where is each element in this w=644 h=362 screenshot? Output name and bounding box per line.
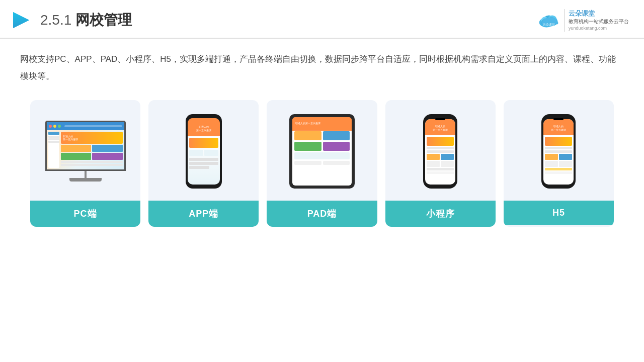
h5-card: 职通人的第一堂兴趣课 <box>504 100 614 227</box>
pad-card: 职通人的第一堂兴趣课 PAD端 <box>267 100 377 227</box>
h5-phone: 职通人的第一堂兴趣课 <box>541 114 576 189</box>
pc-label[interactable]: PC端 <box>30 201 140 227</box>
app-preview: 职通人的第一堂兴趣课 <box>148 100 259 201</box>
brand-url: yunduoketang.com <box>569 25 629 32</box>
app-label[interactable]: APP端 <box>148 201 259 227</box>
brand-logo: 云朵课堂 云朵课堂 教育机构一站式服务云平台 yunduoketang.com <box>537 9 629 32</box>
description-text: 网校支持PC、APP、PAD、小程序、H5，实现多端打通，产品各终端自由切换，数… <box>20 51 624 85</box>
pad-tablet: 职通人的第一堂兴趣课 <box>289 114 355 189</box>
brand-text: 云朵课堂 教育机构一站式服务云平台 yunduoketang.com <box>564 9 629 32</box>
pad-preview: 职通人的第一堂兴趣课 <box>267 100 377 201</box>
logo-arrow-icon <box>10 9 32 31</box>
header-left: 2.5.1 网校管理 <box>10 9 132 31</box>
app-phone: 职通人的第一堂兴趣课 <box>186 114 222 189</box>
h5-preview: 职通人的第一堂兴趣课 <box>504 100 614 201</box>
monitor-screen: 职通人的第一堂兴趣课 <box>45 121 126 171</box>
cloud-logo-icon: 云朵课堂 <box>537 11 561 29</box>
pc-card: 职通人的第一堂兴趣课 <box>30 100 140 227</box>
svg-marker-1 <box>13 12 29 28</box>
main-content: 网校支持PC、APP、PAD、小程序、H5，实现多端打通，产品各终端自由切换，数… <box>0 39 644 239</box>
pad-label[interactable]: PAD端 <box>267 201 377 227</box>
page-title-text: 网校管理 <box>75 12 132 28</box>
miniprogram-label[interactable]: 小程序 <box>385 201 496 227</box>
miniprogram-card: 职通人的第一堂兴趣课 <box>385 100 496 227</box>
miniprogram-preview: 职通人的第一堂兴趣课 <box>385 100 496 201</box>
page-title-number: 2.5.1 <box>40 12 71 28</box>
header: 2.5.1 网校管理 云朵课堂 云朵课堂 教育机构一站式服务云平台 yunduo… <box>0 0 644 39</box>
brand-name: 云朵课堂 <box>569 9 629 18</box>
pc-preview: 职通人的第一堂兴趣课 <box>30 100 140 201</box>
page-title: 2.5.1 网校管理 <box>40 11 132 30</box>
app-card: 职通人的第一堂兴趣课 <box>148 100 259 227</box>
h5-label[interactable]: H5 <box>504 201 614 225</box>
header-right: 云朵课堂 云朵课堂 教育机构一站式服务云平台 yunduoketang.com <box>537 9 629 32</box>
brand-tagline: 教育机构一站式服务云平台 <box>569 18 629 25</box>
cards-container: 职通人的第一堂兴趣课 <box>20 100 624 227</box>
miniprogram-phone: 职通人的第一堂兴趣课 <box>423 114 457 189</box>
svg-text:云朵课堂: 云朵课堂 <box>543 23 555 27</box>
pc-monitor: 职通人的第一堂兴趣课 <box>45 121 126 182</box>
